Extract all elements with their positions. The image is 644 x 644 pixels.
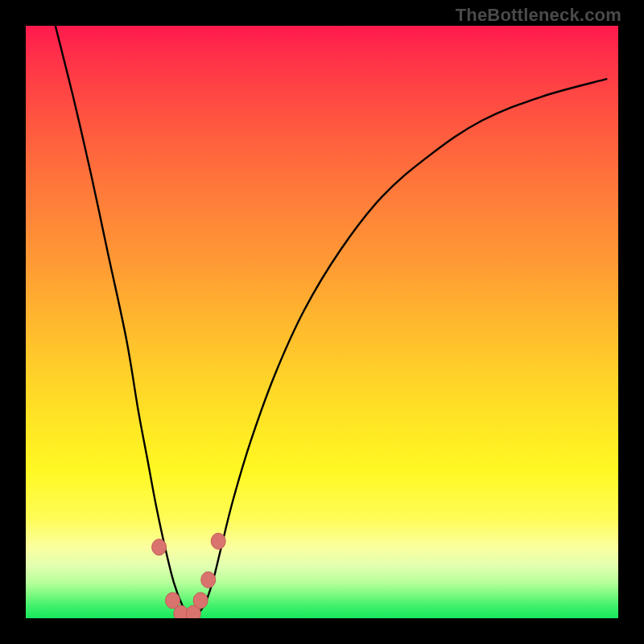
- watermark-text: TheBottleneck.com: [456, 5, 621, 26]
- curve-marker: [201, 572, 216, 588]
- curve-marker: [152, 539, 167, 555]
- curve-marker: [193, 592, 208, 609]
- curve-marker: [211, 533, 225, 549]
- chart-frame: TheBottleneck.com: [0, 0, 644, 644]
- curve-markers: [152, 533, 226, 618]
- bottleneck-curve-path: [56, 26, 607, 617]
- bottleneck-curve-svg: [26, 26, 618, 618]
- plot-area: [26, 26, 618, 618]
